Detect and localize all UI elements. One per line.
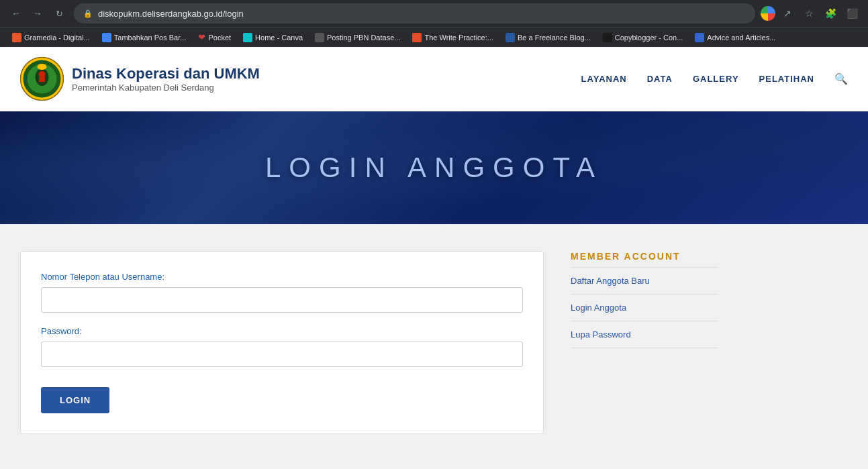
username-label-link: Username:: [122, 272, 164, 282]
bookmark-favicon-gramedia: [12, 33, 21, 42]
bookmark-favicon-write: [412, 33, 422, 42]
website-content: Dinas Koperasi dan UMKM Pemerintah Kabup…: [0, 47, 868, 469]
bookmark-canva[interactable]: Home - Canva: [238, 32, 308, 44]
username-form-group: Nomor Telepon atau Username:: [41, 272, 523, 313]
nav-pelatihan[interactable]: PELATIHAN: [759, 74, 814, 84]
ssl-lock-icon: 🔒: [83, 9, 93, 18]
bookmark-label-canva: Home - Canva: [255, 34, 303, 42]
bookmark-favicon-advice: [695, 33, 704, 42]
bookmark-button[interactable]: ☆: [800, 4, 818, 23]
site-logo: [20, 57, 64, 101]
bookmark-label-copyblogger: Copyblogger - Con...: [615, 34, 683, 42]
hero-title: LOGIN ANGGOTA: [265, 152, 603, 184]
logo-text: Dinas Koperasi dan UMKM Pemerintah Kabup…: [72, 65, 260, 93]
bookmark-label-posting: Posting PBN Datase...: [327, 34, 400, 42]
bookmark-label-gramedia: Gramedia - Digital...: [24, 34, 90, 42]
bookmark-label-tambahkan: Tambahkan Pos Bar...: [114, 34, 187, 42]
bookmark-tambahkan[interactable]: Tambahkan Pos Bar...: [97, 32, 192, 44]
username-label: Nomor Telepon atau Username:: [41, 272, 523, 282]
bookmark-favicon-copyblogger: [603, 33, 612, 42]
bookmark-gramedia[interactable]: Gramedia - Digital...: [7, 32, 95, 44]
username-input[interactable]: [41, 287, 523, 313]
back-button[interactable]: ←: [7, 4, 26, 23]
site-subtitle: Pemerintah Kabupaten Deli Serdang: [72, 83, 260, 93]
sidebar-link-lupa[interactable]: Lupa Password: [571, 321, 718, 348]
google-account-icon[interactable]: [761, 6, 775, 21]
password-label: Password:: [41, 326, 523, 336]
bookmark-favicon-posting: [315, 33, 324, 42]
login-button[interactable]: LOGIN: [41, 387, 109, 413]
site-nav: LAYANAN DATA GALLERY PELATIHAN 🔍: [581, 72, 848, 85]
refresh-button[interactable]: ↻: [50, 4, 68, 23]
bookmark-write[interactable]: The Write Practice:...: [407, 32, 499, 44]
bookmark-label-pocket: Pocket: [208, 34, 231, 42]
bookmark-freelance[interactable]: Be a Freelance Blog...: [500, 32, 596, 44]
svg-point-4: [39, 71, 46, 78]
url-text: diskopukm.deliserdangkab.go.id/login: [98, 9, 746, 19]
bookmarks-bar: Gramedia - Digital... Tambahkan Pos Bar.…: [0, 27, 868, 47]
login-form-container: Nomor Telepon atau Username: Password: L…: [20, 251, 544, 434]
bookmark-pocket[interactable]: ❤ Pocket: [193, 31, 236, 44]
bookmark-favicon-canva: [243, 33, 252, 42]
main-content: Nomor Telepon atau Username: Password: L…: [0, 224, 868, 461]
extensions-button[interactable]: 🧩: [821, 4, 840, 23]
share-button[interactable]: ↗: [778, 4, 797, 23]
bookmark-label-write: The Write Practice:...: [424, 34, 493, 42]
site-title: Dinas Koperasi dan UMKM: [72, 65, 260, 83]
svg-rect-5: [39, 77, 45, 82]
site-header: Dinas Koperasi dan UMKM Pemerintah Kabup…: [0, 47, 868, 111]
password-input[interactable]: [41, 342, 523, 367]
bookmark-copyblogger[interactable]: Copyblogger - Con...: [597, 32, 689, 44]
bookmark-label-advice: Advice and Articles...: [707, 34, 775, 42]
bookmark-advice[interactable]: Advice and Articles...: [689, 32, 781, 44]
bookmark-favicon-freelance: [505, 33, 515, 42]
search-icon[interactable]: 🔍: [834, 72, 848, 85]
nav-data[interactable]: DATA: [647, 74, 673, 84]
nav-layanan[interactable]: LAYANAN: [581, 74, 627, 84]
sidebar-link-daftar[interactable]: Daftar Anggota Baru: [571, 268, 718, 295]
bookmark-label-freelance: Be a Freelance Blog...: [518, 34, 591, 42]
browser-toolbar: ← → ↻ 🔒 diskopukm.deliserdangkab.go.id/l…: [0, 0, 868, 27]
username-label-plain: Nomor Telepon atau: [41, 272, 122, 282]
forward-button[interactable]: →: [28, 4, 47, 23]
password-form-group: Password:: [41, 326, 523, 367]
sidebar: MEMBER ACCOUNT Daftar Anggota Baru Login…: [571, 251, 718, 434]
nav-gallery[interactable]: GALLERY: [693, 74, 739, 84]
browser-actions: ↗ ☆ 🧩 ⬛: [761, 4, 861, 23]
browser-chrome: ← → ↻ 🔒 diskopukm.deliserdangkab.go.id/l…: [0, 0, 868, 47]
pocket-heart-icon: ❤: [198, 32, 205, 42]
hero-banner: LOGIN ANGGOTA: [0, 111, 868, 224]
nav-buttons: ← → ↻: [7, 4, 68, 23]
menu-button[interactable]: ⬛: [842, 4, 861, 23]
bookmark-favicon-tambahkan: [102, 33, 111, 42]
sidebar-link-login[interactable]: Login Anggota: [571, 295, 718, 321]
password-label-link: Password:: [41, 326, 82, 336]
logo-area: Dinas Koperasi dan UMKM Pemerintah Kabup…: [20, 57, 260, 101]
sidebar-title: MEMBER ACCOUNT: [571, 251, 718, 268]
footer-hint: ▲: [0, 461, 868, 469]
address-bar[interactable]: 🔒 diskopukm.deliserdangkab.go.id/login: [74, 3, 755, 23]
bookmark-posting[interactable]: Posting PBN Datase...: [309, 32, 405, 44]
